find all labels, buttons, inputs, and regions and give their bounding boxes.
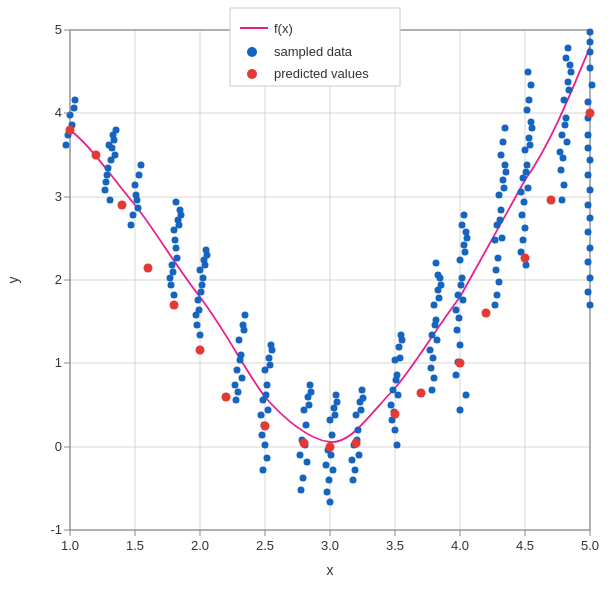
svg-point-130 <box>350 477 357 484</box>
svg-point-157 <box>438 282 445 289</box>
svg-point-116 <box>332 412 339 419</box>
svg-point-83 <box>266 355 273 362</box>
svg-point-117 <box>324 489 331 496</box>
svg-point-118 <box>334 399 341 406</box>
svg-point-27 <box>112 152 119 159</box>
svg-point-218 <box>525 69 532 76</box>
svg-point-161 <box>435 272 442 279</box>
svg-point-86 <box>263 392 270 399</box>
svg-point-159 <box>433 260 440 267</box>
svg-point-269 <box>482 309 491 318</box>
svg-point-234 <box>565 45 572 52</box>
svg-point-165 <box>461 242 468 249</box>
svg-point-53 <box>178 212 185 219</box>
svg-point-28 <box>105 165 112 172</box>
svg-point-263 <box>300 439 309 448</box>
svg-point-105 <box>298 487 305 494</box>
svg-point-152 <box>432 322 439 329</box>
svg-point-74 <box>242 312 249 319</box>
svg-point-48 <box>172 237 179 244</box>
svg-point-134 <box>390 387 397 394</box>
svg-text:3.0: 3.0 <box>321 538 339 553</box>
svg-point-125 <box>359 387 366 394</box>
svg-point-146 <box>431 302 438 309</box>
svg-point-180 <box>457 407 464 414</box>
svg-point-139 <box>395 392 402 399</box>
svg-point-115 <box>326 477 333 484</box>
svg-point-163 <box>459 275 466 282</box>
svg-point-46 <box>167 275 174 282</box>
svg-text:-1: -1 <box>50 522 62 537</box>
svg-point-188 <box>499 235 506 242</box>
svg-point-175 <box>459 222 466 229</box>
svg-point-64 <box>196 307 203 314</box>
svg-point-144 <box>392 427 399 434</box>
svg-point-30 <box>103 179 110 186</box>
svg-point-107 <box>327 417 334 424</box>
svg-point-201 <box>520 175 527 182</box>
svg-point-227 <box>560 155 567 162</box>
svg-text:4.0: 4.0 <box>451 538 469 553</box>
svg-point-177 <box>461 212 468 219</box>
svg-point-36 <box>130 212 137 219</box>
svg-point-39 <box>138 162 145 169</box>
svg-point-141 <box>397 355 404 362</box>
svg-point-190 <box>501 185 508 192</box>
svg-point-271 <box>547 196 556 205</box>
svg-point-253 <box>585 289 592 296</box>
svg-text:3: 3 <box>55 189 62 204</box>
svg-point-207 <box>521 199 528 206</box>
svg-point-112 <box>333 392 340 399</box>
svg-point-78 <box>241 327 248 334</box>
svg-point-223 <box>557 149 564 156</box>
svg-point-266 <box>391 410 400 419</box>
svg-point-212 <box>524 107 531 114</box>
svg-point-111 <box>323 462 330 469</box>
svg-point-250 <box>587 245 594 252</box>
svg-point-143 <box>399 337 406 344</box>
svg-point-243 <box>585 145 592 152</box>
svg-point-71 <box>234 367 241 374</box>
svg-point-89 <box>267 362 274 369</box>
svg-point-103 <box>300 475 307 482</box>
svg-point-95 <box>301 407 308 414</box>
svg-point-171 <box>462 249 469 256</box>
svg-point-246 <box>587 187 594 194</box>
svg-point-198 <box>502 125 509 132</box>
svg-text:5: 5 <box>55 22 62 37</box>
svg-point-29 <box>109 145 116 152</box>
svg-point-100 <box>307 382 314 389</box>
svg-point-184 <box>500 177 507 184</box>
svg-point-44 <box>169 262 176 269</box>
svg-text:1.5: 1.5 <box>126 538 144 553</box>
svg-text:3.5: 3.5 <box>386 538 404 553</box>
svg-point-252 <box>587 275 594 282</box>
svg-point-173 <box>464 235 471 242</box>
svg-point-73 <box>232 382 239 389</box>
svg-point-169 <box>460 297 467 304</box>
svg-point-148 <box>429 332 436 339</box>
svg-point-194 <box>498 152 505 159</box>
svg-point-128 <box>352 467 359 474</box>
svg-point-33 <box>113 127 120 134</box>
svg-point-114 <box>330 467 337 474</box>
svg-point-251 <box>585 259 592 266</box>
legend-sampled-dot <box>247 47 257 57</box>
svg-point-153 <box>434 337 441 344</box>
svg-point-247 <box>585 202 592 209</box>
svg-point-220 <box>563 115 570 122</box>
svg-point-26 <box>102 187 109 194</box>
svg-point-224 <box>567 62 574 69</box>
svg-point-257 <box>118 201 127 210</box>
svg-point-87 <box>265 407 272 414</box>
y-axis-label: y <box>5 277 21 284</box>
svg-point-138 <box>393 377 400 384</box>
svg-point-213 <box>520 237 527 244</box>
svg-point-121 <box>355 427 362 434</box>
svg-point-155 <box>436 295 443 302</box>
svg-point-259 <box>170 301 179 310</box>
svg-point-170 <box>456 315 463 322</box>
svg-point-34 <box>132 182 139 189</box>
svg-point-242 <box>587 29 594 36</box>
svg-point-69 <box>236 337 243 344</box>
